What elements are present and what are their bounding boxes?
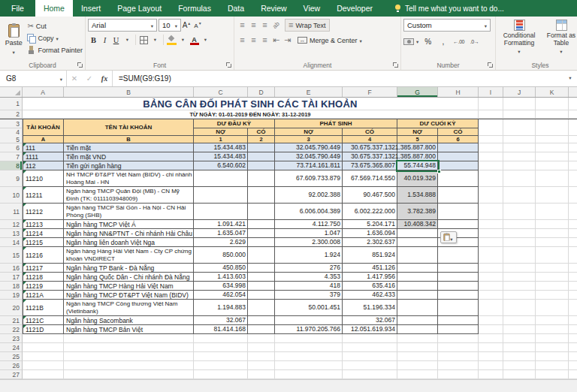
cell-K6[interactable] [536, 143, 569, 152]
row-header-5[interactable]: 5 [0, 136, 23, 143]
cell-J5[interactable] [503, 136, 536, 143]
cell-D27[interactable] [248, 370, 275, 379]
cell-K9[interactable] [536, 170, 569, 187]
accounting-format-button[interactable] [403, 36, 418, 47]
cell-I8[interactable] [479, 161, 503, 170]
cell-B5[interactable]: B [64, 136, 194, 143]
decrease-font-size-button[interactable] [192, 20, 204, 32]
font-name-dropdown-icon[interactable] [151, 21, 153, 29]
cell-E13[interactable]: 1.047 [275, 229, 343, 238]
header-account-name[interactable]: TÊN TÀI KHOẢN [64, 119, 194, 136]
tab-insert[interactable]: Insert [73, 0, 109, 17]
cell-A16[interactable]: 11217 [23, 264, 64, 273]
row-header-18[interactable]: 18 [0, 282, 23, 291]
header-opening-credit[interactable]: CÓ [248, 128, 275, 136]
cell-C18[interactable]: 634.998 [194, 282, 248, 291]
cell-K1[interactable] [536, 98, 569, 110]
cell-A15[interactable]: 11216 [23, 247, 64, 264]
cell-I7[interactable] [479, 152, 503, 161]
align-center-button[interactable]: ≡ [248, 35, 259, 47]
cell-B15[interactable]: Ngân hàng Hàng Hải Việt Nam - Cty CP chứ… [64, 247, 194, 264]
column-header-K[interactable]: K [536, 87, 569, 97]
cell-J26[interactable] [503, 361, 536, 370]
cell-D8[interactable] [248, 161, 275, 170]
format-painter-button[interactable]: Format Painter [27, 44, 83, 56]
cell-I23[interactable] [479, 334, 503, 343]
cell-D15[interactable] [248, 247, 275, 264]
cell-F13[interactable]: 1.636.094 [343, 229, 397, 238]
cell-D24[interactable] [248, 343, 275, 352]
cell-G25[interactable] [397, 352, 438, 361]
cell-B21[interactable]: Ngân hàng Sacombank [64, 316, 194, 325]
cell-J1[interactable] [503, 98, 536, 110]
cell-E26[interactable] [275, 361, 343, 370]
cell-B25[interactable] [64, 352, 194, 361]
cell-H5[interactable]: 6 [438, 136, 479, 143]
row-header-1[interactable]: 1 [0, 98, 23, 110]
cell-G17[interactable] [397, 273, 438, 282]
cell-H6[interactable] [438, 143, 479, 152]
cell-H19[interactable] [438, 291, 479, 300]
header-closing-credit[interactable]: CÓ [438, 128, 479, 136]
cell-A18[interactable]: 11219 [23, 282, 64, 291]
cell-K11[interactable] [536, 204, 569, 220]
cell-E18[interactable]: 418 [275, 282, 343, 291]
tab-developer[interactable]: Developer [328, 0, 381, 17]
cell-G9[interactable]: 40.019.329 [397, 170, 438, 187]
wrap-text-button[interactable]: ≡ Wrap Text [285, 19, 330, 32]
increase-decimal-button[interactable]: ←.00 [452, 35, 465, 47]
font-size-dropdown-icon[interactable] [175, 21, 177, 29]
cell-A24[interactable] [23, 343, 64, 352]
cell-I1[interactable] [479, 98, 503, 110]
name-box[interactable]: G8 [0, 71, 66, 86]
conditional-formatting-button[interactable]: Conditional Formatting [498, 19, 540, 61]
cell-C11[interactable] [194, 204, 248, 220]
cell-E14[interactable]: 2.300.008 [275, 238, 343, 247]
row-header-25[interactable]: 25 [0, 352, 23, 361]
cell-K25[interactable] [536, 352, 569, 361]
row-header-7[interactable]: 7 [0, 152, 23, 161]
column-header-C[interactable]: C [194, 87, 248, 97]
clipboard-dialog-launcher-icon[interactable] [77, 62, 83, 68]
header-closing-debit[interactable]: NỢ [397, 128, 438, 136]
insert-function-button[interactable]: fx [97, 71, 112, 86]
row-header-2[interactable]: 2 [0, 110, 23, 119]
cell-I15[interactable] [479, 247, 503, 264]
column-header-G[interactable]: G [397, 87, 438, 97]
cell-E19[interactable]: 379 [275, 291, 343, 300]
cell-A9[interactable]: 11210 [23, 170, 64, 187]
cell-I17[interactable] [479, 273, 503, 282]
cell-I25[interactable] [479, 352, 503, 361]
paste-dropdown-icon[interactable] [13, 48, 15, 56]
cell-K14[interactable] [536, 238, 569, 247]
align-right-button[interactable]: ≡ [259, 35, 270, 47]
cell-B8[interactable]: Tiền gửi ngân hàng [64, 161, 194, 170]
cell-K12[interactable] [536, 220, 569, 229]
cell-F10[interactable]: 90.467.500 [343, 187, 397, 204]
cell-H23[interactable] [438, 334, 479, 343]
cell-E22[interactable]: 11.970.205.766 [275, 325, 343, 334]
cell-B9[interactable]: NH TMCP ĐT&PT Việt Nam (BIDV) - chi nhán… [64, 170, 194, 187]
cell-I11[interactable] [479, 204, 503, 220]
row-header-3[interactable]: 3 [0, 119, 23, 128]
cell-G5[interactable]: 5 [397, 136, 438, 143]
formula-bar-expand-icon[interactable] [563, 71, 577, 86]
cell-D19[interactable] [248, 291, 275, 300]
cell-D6[interactable] [248, 143, 275, 152]
cell-J17[interactable] [503, 273, 536, 282]
select-all-button[interactable] [0, 87, 23, 97]
cell-B14[interactable]: Ngân hàng liên doanh Việt Nga [64, 238, 194, 247]
cell-A21[interactable]: 1121C [23, 316, 64, 325]
cell-E10[interactable]: 92.002.388 [275, 187, 343, 204]
cell-J12[interactable] [503, 220, 536, 229]
merge-center-dropdown-icon[interactable] [360, 37, 362, 44]
cell-C6[interactable]: 15.434.483 [194, 143, 248, 152]
cell-G7[interactable]: 1.385.887.800 [397, 152, 438, 161]
cell-E16[interactable]: 276 [275, 264, 343, 273]
cell-J27[interactable] [503, 370, 536, 379]
column-header-I[interactable]: I [479, 87, 503, 97]
cell-F24[interactable] [343, 343, 397, 352]
copy-button[interactable]: Copy [27, 32, 83, 44]
row-header-11[interactable]: 11 [0, 204, 23, 220]
cell-F14[interactable]: 2.302.637 [343, 238, 397, 247]
